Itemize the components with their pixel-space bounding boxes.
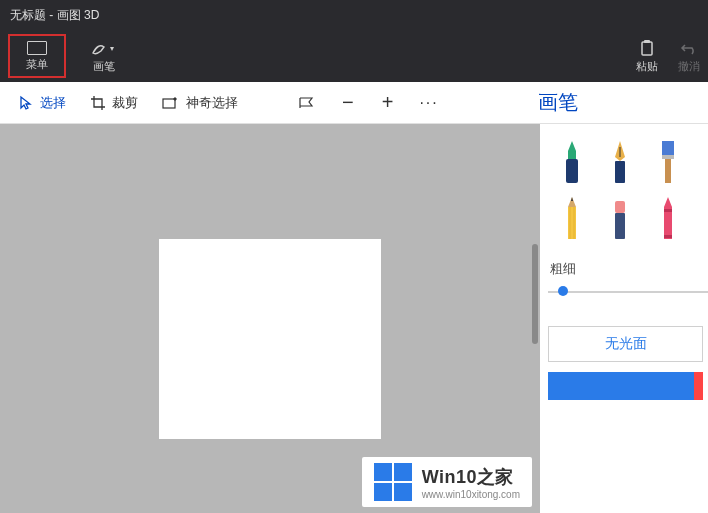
watermark-url: www.win10xitong.com bbox=[422, 489, 520, 500]
brush-grid bbox=[548, 134, 708, 246]
flip-tool[interactable] bbox=[290, 92, 324, 114]
flat-brush-icon bbox=[656, 139, 680, 185]
svg-rect-3 bbox=[568, 151, 576, 159]
svg-rect-10 bbox=[568, 207, 576, 239]
svg-rect-16 bbox=[664, 209, 672, 212]
undo-button[interactable]: 撤消 bbox=[678, 39, 700, 74]
brush-eraser[interactable] bbox=[596, 190, 644, 246]
clipboard-icon bbox=[638, 39, 656, 57]
slider-track bbox=[548, 291, 708, 293]
zoom-in-tool[interactable]: + bbox=[372, 91, 404, 114]
svg-rect-8 bbox=[662, 155, 674, 159]
svg-rect-17 bbox=[664, 235, 672, 238]
select-label: 选择 bbox=[40, 94, 66, 112]
svg-rect-13 bbox=[615, 201, 625, 213]
svg-rect-9 bbox=[665, 159, 671, 183]
select-tool[interactable]: 选择 bbox=[10, 90, 74, 116]
menu-label: 菜单 bbox=[26, 57, 48, 72]
magic-icon bbox=[162, 96, 180, 110]
svg-rect-1 bbox=[644, 40, 650, 43]
titlebar: 无标题 - 画图 3D bbox=[0, 0, 708, 30]
crop-label: 裁剪 bbox=[112, 94, 138, 112]
brush-flat-brush[interactable] bbox=[644, 134, 692, 190]
color-bar[interactable] bbox=[548, 372, 703, 400]
flag-icon bbox=[298, 96, 316, 110]
magic-label: 神奇选择 bbox=[186, 94, 238, 112]
window-title: 无标题 - 画图 3D bbox=[10, 7, 99, 24]
paste-button[interactable]: 粘贴 bbox=[636, 39, 658, 74]
cursor-icon bbox=[18, 95, 34, 111]
undo-label: 撤消 bbox=[678, 59, 700, 74]
svg-rect-0 bbox=[642, 42, 652, 55]
svg-rect-4 bbox=[566, 159, 578, 183]
watermark-title: Win10之家 bbox=[422, 465, 520, 489]
canvas[interactable] bbox=[159, 239, 381, 439]
brush-calligraphy-pen[interactable] bbox=[596, 134, 644, 190]
pencil-icon bbox=[560, 195, 584, 241]
svg-rect-7 bbox=[662, 141, 674, 155]
main: Win10之家 www.win10xitong.com bbox=[0, 124, 708, 513]
brush-dropdown-button[interactable]: 画笔 bbox=[90, 39, 118, 74]
thickness-slider[interactable] bbox=[548, 282, 708, 302]
folder-icon bbox=[27, 41, 47, 55]
crop-icon bbox=[90, 95, 106, 111]
crop-tool[interactable]: 裁剪 bbox=[82, 90, 146, 116]
marker-icon bbox=[560, 139, 584, 185]
sidebar: 粗细 无光面 bbox=[540, 124, 708, 513]
brush-marker[interactable] bbox=[548, 134, 596, 190]
toolbar: 选择 裁剪 神奇选择 − + ··· 画笔 bbox=[0, 82, 708, 124]
zoom-out-tool[interactable]: − bbox=[332, 91, 364, 114]
more-tool[interactable]: ··· bbox=[411, 90, 446, 116]
undo-icon bbox=[680, 39, 698, 57]
brush-label: 画笔 bbox=[93, 59, 115, 74]
menu-button[interactable]: 菜单 bbox=[8, 34, 66, 78]
paste-label: 粘贴 bbox=[636, 59, 658, 74]
magic-select-tool[interactable]: 神奇选择 bbox=[154, 90, 246, 116]
svg-rect-2 bbox=[163, 99, 175, 108]
svg-rect-14 bbox=[615, 213, 625, 239]
brush-icon bbox=[90, 39, 118, 57]
slider-thumb[interactable] bbox=[558, 286, 568, 296]
vertical-scrollbar[interactable] bbox=[532, 244, 538, 344]
eraser-icon bbox=[608, 195, 632, 241]
matte-button[interactable]: 无光面 bbox=[548, 326, 703, 362]
brush-crayon[interactable] bbox=[644, 190, 692, 246]
matte-label: 无光面 bbox=[605, 335, 647, 353]
svg-rect-6 bbox=[615, 161, 625, 183]
panel-title: 画笔 bbox=[530, 89, 698, 116]
canvas-area[interactable]: Win10之家 www.win10xitong.com bbox=[0, 124, 540, 513]
calligraphy-icon bbox=[608, 139, 632, 185]
windows-logo-icon bbox=[374, 463, 412, 501]
watermark: Win10之家 www.win10xitong.com bbox=[362, 457, 532, 507]
crayon-icon bbox=[656, 195, 680, 241]
thickness-label: 粗细 bbox=[550, 260, 708, 278]
brush-pencil[interactable] bbox=[548, 190, 596, 246]
topbar: 菜单 画笔 粘贴 撤消 bbox=[0, 30, 708, 82]
